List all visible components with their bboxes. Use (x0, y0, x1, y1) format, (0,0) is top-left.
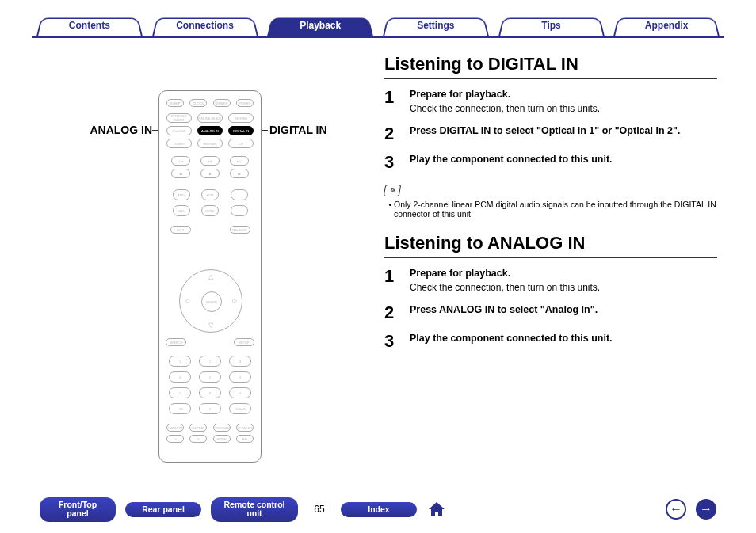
step-title: Press DIGITAL IN to select "Optical In 1… (410, 125, 717, 136)
step-sub: Check the connection, then turn on this … (410, 103, 717, 114)
content: Listening to DIGITAL IN 1 Prepare for pl… (384, 48, 717, 361)
dpad: △ ▽ ◁ ▷ ENTER (179, 269, 242, 333)
analog-step-2: 2 Press ANALOG IN to select "Analog In". (384, 304, 717, 322)
step-title: Press ANALOG IN to select "Analog In". (410, 304, 717, 315)
front-top-panel-button[interactable]: Front/Top panel (40, 497, 116, 522)
digital-step-1: 1 Prepare for playback. Check the connec… (384, 89, 717, 114)
step-sub: Check the connection, then turn on this … (410, 282, 717, 293)
analog-step-3: 3 Play the component connected to this u… (384, 333, 717, 350)
step-title: Prepare for playback. (410, 89, 717, 100)
tab-appendix[interactable]: Appendix (609, 16, 724, 36)
top-tabs: Contents Connections Playback Settings T… (32, 16, 724, 38)
tab-contents[interactable]: Contents (32, 16, 147, 36)
tab-playback[interactable]: Playback (262, 16, 378, 36)
analog-step-1: 1 Prepare for playback. Check the connec… (384, 268, 717, 293)
step-number: 2 (384, 304, 400, 322)
remote-control-unit-button[interactable]: Remote control unit (211, 497, 298, 522)
digital-step-2: 2 Press DIGITAL IN to select "Optical In… (384, 125, 717, 143)
analog-in-heading: Listening to ANALOG IN (384, 233, 717, 258)
digital-in-label: DIGITAL IN (269, 124, 357, 136)
note-list: Only 2-channel linear PCM digital audio … (384, 200, 717, 219)
page-number: 65 (307, 504, 331, 515)
digital-in-button: DIGITAL IN (228, 126, 254, 135)
next-page-button[interactable]: → (696, 499, 716, 520)
step-title: Prepare for playback. (410, 268, 717, 279)
footer: Front/Top panel Rear panel Remote contro… (40, 497, 716, 522)
step-title: Play the component connected to this uni… (410, 333, 717, 344)
prev-page-button[interactable]: ← (666, 499, 686, 520)
step-number: 2 (384, 125, 400, 143)
step-number: 3 (384, 154, 400, 171)
note-icon: ✎ (384, 185, 402, 196)
analog-in-button: ANALOG IN (197, 126, 223, 135)
tab-settings[interactable]: Settings (378, 16, 494, 36)
step-number: 3 (384, 333, 400, 350)
analog-in-label: ANALOG IN (73, 124, 152, 136)
step-number: 1 (384, 89, 400, 114)
step-number: 1 (384, 268, 400, 293)
remote-body: SLEEP CLOCK DIMMER POWER INTERNET RADIO … (158, 90, 262, 463)
note-item: Only 2-channel linear PCM digital audio … (394, 200, 717, 219)
rear-panel-button[interactable]: Rear panel (125, 502, 201, 518)
tab-tips[interactable]: Tips (494, 16, 609, 36)
digital-in-heading: Listening to DIGITAL IN (384, 54, 717, 79)
home-icon[interactable] (426, 499, 447, 520)
step-title: Play the component connected to this uni… (410, 154, 717, 165)
tab-connections[interactable]: Connections (147, 16, 263, 36)
index-button[interactable]: Index (341, 502, 417, 518)
digital-step-3: 3 Play the component connected to this u… (384, 154, 717, 171)
